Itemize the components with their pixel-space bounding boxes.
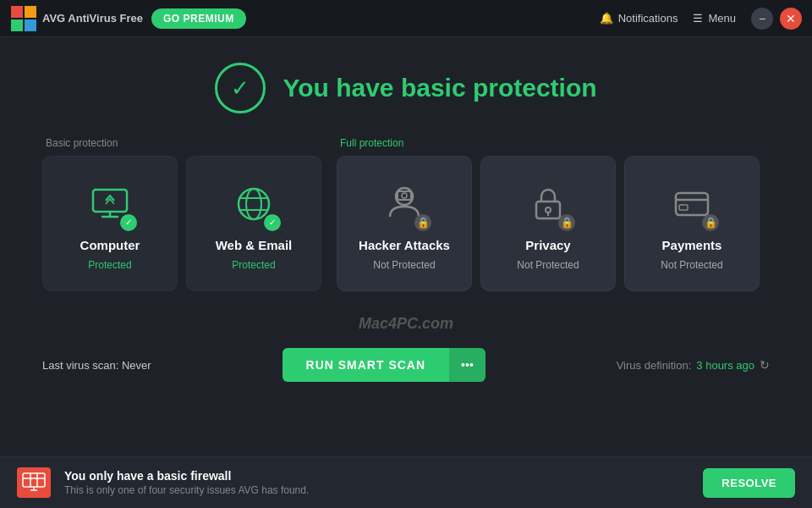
bottom-bar: You only have a basic firewall This is o… [0,456,812,508]
privacy-card[interactable]: 🔒 Privacy Not Protected [480,156,616,291]
hacker-attacks-card[interactable]: 🔒 Hacker Attacks Not Protected [337,156,472,291]
menu-button[interactable]: ☰ Menu [693,12,736,25]
title-bar-left: AVG AntiVirus Free GO PREMIUM [10,5,246,32]
web-email-badge: ✓ [264,214,281,231]
run-scan-button[interactable]: RUN SMART SCAN [283,348,450,382]
svg-point-7 [239,189,269,219]
web-email-card[interactable]: ✓ Web & Email Protected [186,156,321,291]
web-email-card-status: Protected [232,259,275,271]
hero-highlight: basic protection [401,74,597,102]
bell-icon: 🔔 [600,12,613,25]
firewall-icon [17,467,51,498]
bottom-bar-title: You only have a basic firewall [64,469,689,483]
svg-point-13 [402,193,407,198]
computer-card-title: Computer [80,238,140,252]
computer-badge: ✓ [120,214,137,231]
last-scan-value: Never [122,359,151,372]
svg-rect-1 [25,6,36,18]
menu-label: Menu [708,12,736,25]
privacy-card-status: Not Protected [517,259,579,271]
payments-card[interactable]: 🔒 Payments Not Protected [624,156,760,291]
virus-def-value: 3 hours ago [696,359,754,372]
notifications-label: Notifications [618,12,678,25]
svg-point-15 [546,207,551,213]
hero-text: You have basic protection [283,74,596,102]
go-premium-button[interactable]: GO PREMIUM [151,8,246,29]
scan-more-button[interactable]: ••• [449,348,486,382]
close-button[interactable]: ✕ [780,8,802,30]
payments-icon-wrapper: 🔒 [665,177,719,231]
window-controls: − ✕ [751,8,802,30]
computer-icon-wrapper: ✓ [83,177,137,231]
full-group-label: Full protection [337,137,760,149]
resolve-button[interactable]: RESOLVE [703,468,795,498]
web-email-icon-wrapper: ✓ [227,177,281,231]
svg-rect-0 [11,6,23,18]
title-bar-right: 🔔 Notifications ☰ Menu − ✕ [600,8,802,30]
last-scan-label: Last virus scan: [42,359,118,372]
privacy-icon-wrapper: 🔒 [521,177,575,231]
protection-area: Basic protection ✓ Computer [42,137,770,291]
hacker-card-title: Hacker Attacks [359,238,450,252]
svg-rect-20 [23,473,45,487]
hero-prefix: You have [283,74,400,102]
scan-button-group: RUN SMART SCAN ••• [283,348,486,382]
hacker-icon-wrapper: 🔒 [377,177,431,231]
payments-card-title: Payments [662,238,722,252]
basic-cards-row: ✓ Computer Protected ✓ [42,156,321,291]
svg-rect-4 [93,190,127,212]
virus-def-label: Virus definition: [617,359,692,372]
menu-lines-icon: ☰ [693,12,703,25]
refresh-icon[interactable]: ↻ [760,358,770,372]
main-content: ✓ You have basic protection Basic protec… [0,37,812,399]
app-name: AVG AntiVirus Free [42,12,143,25]
basic-group-label: Basic protection [42,137,321,149]
bottom-bar-text: You only have a basic firewall This is o… [64,469,689,496]
avg-logo: AVG AntiVirus Free [10,5,143,32]
privacy-card-title: Privacy [525,238,570,252]
bottom-bar-subtitle: This is only one of four security issues… [64,484,689,496]
hacker-badge: 🔒 [414,214,431,231]
scan-bar: Last virus scan: Never RUN SMART SCAN ••… [42,348,770,382]
basic-protection-group: Basic protection ✓ Computer [42,137,321,291]
computer-card-status: Protected [88,259,131,271]
notifications-button[interactable]: 🔔 Notifications [600,12,678,25]
svg-rect-19 [679,205,688,210]
svg-rect-17 [676,193,708,215]
computer-card[interactable]: ✓ Computer Protected [42,156,178,291]
payments-card-status: Not Protected [661,259,722,271]
full-protection-group: Full protection 🔒 Hacker Attacks [337,137,760,291]
last-scan-info: Last virus scan: Never [42,359,151,372]
svg-point-8 [246,189,261,219]
full-cards-row: 🔒 Hacker Attacks Not Protected [337,156,760,291]
hero-section: ✓ You have basic protection [42,63,770,113]
privacy-badge: 🔒 [558,214,575,231]
firewall-svg [22,472,46,493]
svg-rect-3 [25,19,36,31]
watermark: Mac4PC.com [42,315,770,333]
title-bar: AVG AntiVirus Free GO PREMIUM 🔔 Notifica… [0,0,812,37]
web-email-card-title: Web & Email [216,238,293,252]
hacker-card-status: Not Protected [373,259,435,271]
avg-logo-icon [10,5,37,32]
payments-badge: 🔒 [702,214,719,231]
svg-rect-2 [11,19,23,31]
virus-definition: Virus definition: 3 hours ago ↻ [617,358,770,372]
protection-status-icon: ✓ [215,63,266,113]
minimize-button[interactable]: − [751,8,773,30]
group-divider [321,137,337,291]
